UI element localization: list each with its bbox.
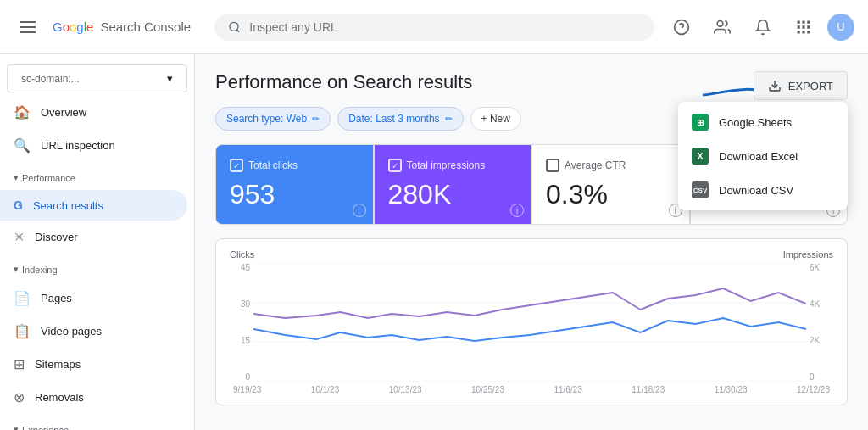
chart-header: Clicks Impressions	[230, 249, 833, 260]
help-button[interactable]	[665, 10, 698, 44]
sidebar-item-pages[interactable]: 📄 Pages	[0, 282, 187, 315]
sidebar-item-url-inspection[interactable]: 🔍 URL inspection	[0, 129, 187, 162]
sidebar-item-label: Video pages	[41, 325, 102, 338]
home-icon: 🏠	[14, 104, 31, 120]
chart-area	[253, 263, 806, 382]
video-pages-icon: 📋	[14, 323, 31, 339]
metric-value: 280K	[388, 179, 518, 210]
export-button[interactable]: EXPORT	[754, 71, 848, 100]
search-icon	[228, 20, 241, 34]
apps-icon	[795, 19, 812, 36]
chart-container: Clicks Impressions 45 30 15 0	[215, 238, 848, 405]
metric-checkbox[interactable]	[546, 159, 559, 172]
chevron-down-icon: ▾	[14, 264, 19, 275]
sidebar-item-label: Pages	[41, 292, 72, 304]
property-selector[interactable]: sc-domain:... ▾	[7, 64, 187, 92]
section-label: Experience	[22, 425, 69, 431]
svg-rect-9	[802, 25, 804, 28]
topbar: Google Search Console	[0, 0, 868, 54]
brand-logo: Google Search Console	[53, 20, 191, 34]
filter-label: Search type: Web	[226, 113, 307, 125]
apps-button[interactable]	[787, 10, 821, 44]
sidebar-item-label: Overview	[41, 106, 86, 119]
sidebar-item-removals[interactable]: ⊗ Removals	[0, 381, 187, 414]
svg-point-4	[717, 20, 723, 26]
sidebar-item-sitemaps[interactable]: ⊞ Sitemaps	[0, 348, 187, 381]
sidebar-section-experience[interactable]: ▾ Experience	[0, 417, 194, 430]
bell-icon	[754, 19, 771, 36]
svg-rect-11	[798, 31, 800, 33]
removals-icon: ⊗	[14, 389, 25, 405]
info-icon[interactable]: i	[510, 204, 524, 217]
chevron-down-icon: ▾	[167, 72, 173, 85]
csv-icon: CSV	[692, 181, 709, 198]
left-axis-label: Clicks	[230, 249, 254, 260]
sitemaps-icon: ⊞	[14, 356, 25, 372]
new-label: + New	[481, 113, 510, 125]
sidebar: sc-domain:... ▾ 🏠 Overview 🔍 URL inspect…	[0, 54, 195, 430]
section-label: Indexing	[22, 265, 58, 275]
y-axis-left: 45 30 15 0	[230, 263, 250, 382]
search-icon: 🔍	[14, 137, 31, 154]
svg-rect-12	[802, 31, 804, 33]
info-icon[interactable]: i	[353, 204, 366, 217]
filter-label: Date: Last 3 months	[348, 113, 439, 125]
export-dropdown: ⊞ Google Sheets X Download Excel CSV Dow…	[678, 102, 848, 210]
metric-label: Average CTR	[546, 159, 676, 172]
svg-point-0	[230, 22, 238, 31]
sidebar-item-label: Discover	[35, 231, 78, 243]
date-range-filter[interactable]: Date: Last 3 months ✏	[337, 107, 463, 131]
svg-line-1	[237, 29, 240, 31]
sidebar-item-video-pages[interactable]: 📋 Video pages	[0, 315, 187, 348]
edit-icon: ✏	[312, 114, 320, 125]
svg-rect-6	[802, 20, 804, 23]
discover-icon: ✳	[14, 229, 25, 245]
metric-checkbox[interactable]: ✓	[230, 159, 243, 172]
download-icon	[768, 79, 782, 92]
metric-value: 953	[230, 179, 359, 210]
notifications-button[interactable]	[746, 10, 780, 44]
y-axis-right: 6K 4K 2K 0	[810, 263, 833, 382]
svg-rect-7	[807, 20, 810, 23]
svg-rect-13	[807, 31, 810, 33]
sheets-icon: ⊞	[692, 114, 709, 131]
section-label: Performance	[22, 173, 75, 183]
svg-rect-8	[798, 25, 800, 28]
metric-checkbox[interactable]: ✓	[388, 159, 402, 172]
pages-icon: 📄	[14, 290, 31, 306]
dropdown-item-google-sheets[interactable]: ⊞ Google Sheets	[678, 105, 848, 139]
dropdown-item-label: Google Sheets	[719, 116, 792, 129]
edit-icon: ✏	[445, 114, 453, 125]
menu-button[interactable]	[14, 14, 42, 40]
svg-rect-5	[798, 20, 800, 23]
sidebar-item-label: URL inspection	[41, 139, 115, 152]
google-g-icon: G	[14, 198, 23, 212]
sidebar-item-overview[interactable]: 🏠 Overview	[0, 96, 187, 129]
topbar-actions: U	[665, 10, 854, 44]
help-icon	[673, 19, 690, 36]
chart-svg	[253, 263, 806, 382]
url-input[interactable]	[249, 20, 641, 34]
sidebar-section-performance[interactable]: ▾ Performance	[0, 165, 194, 190]
metric-card-total-impressions: ✓ Total impressions 280K i	[374, 144, 532, 225]
search-type-filter[interactable]: Search type: Web ✏	[215, 107, 331, 131]
users-icon	[714, 19, 731, 36]
sidebar-section-indexing[interactable]: ▾ Indexing	[0, 257, 194, 282]
avatar[interactable]: U	[827, 14, 854, 41]
dropdown-item-label: Download CSV	[719, 184, 793, 197]
export-label: EXPORT	[788, 80, 833, 92]
url-search-bar[interactable]	[214, 14, 654, 41]
metric-card-avg-ctr: Average CTR 0.3% i	[531, 144, 690, 225]
metric-card-total-clicks: ✓ Total clicks 953 i	[215, 144, 374, 225]
dropdown-item-download-csv[interactable]: CSV Download CSV	[678, 173, 848, 207]
users-button[interactable]	[705, 10, 739, 44]
right-axis-label: Impressions	[783, 249, 833, 260]
new-filter-button[interactable]: + New	[470, 107, 521, 131]
metric-label: ✓ Total impressions	[388, 159, 518, 172]
metric-label: ✓ Total clicks	[230, 159, 359, 172]
metric-value: 0.3%	[546, 179, 676, 210]
sidebar-item-search-results[interactable]: G Search results	[0, 190, 187, 221]
dropdown-item-download-excel[interactable]: X Download Excel	[678, 139, 848, 173]
sidebar-item-label: Removals	[35, 391, 84, 404]
sidebar-item-discover[interactable]: ✳ Discover	[0, 221, 187, 254]
